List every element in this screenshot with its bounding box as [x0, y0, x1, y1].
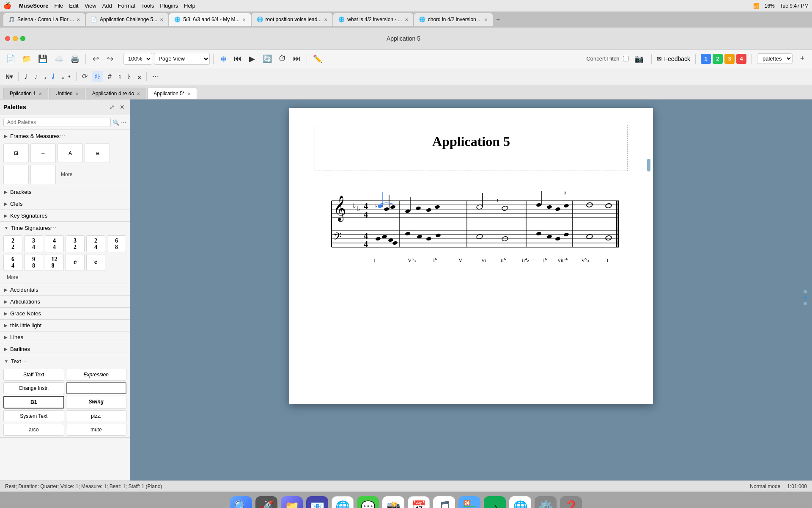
palette-section-clefs-header[interactable]: ▶ Clefs [0, 198, 130, 210]
close-button[interactable] [5, 36, 10, 41]
text-cell-expression[interactable]: Expression [66, 369, 127, 381]
palette-section-keysigs-header[interactable]: ▶ Key Signatures [0, 210, 130, 221]
dock-settings[interactable]: ⚙️ [535, 496, 557, 508]
tab-close-4[interactable]: ✕ [405, 17, 408, 22]
timesigs-options-btn[interactable]: ⋯ [51, 224, 57, 231]
new-tab-button[interactable]: + [494, 16, 502, 23]
palette-section-accidentals-header[interactable]: ▶ Accidentals [0, 284, 130, 295]
voice-4-button[interactable]: 4 [736, 54, 746, 64]
doc-tab-0[interactable]: Pplication 1 ✕ [3, 88, 48, 99]
double-btn[interactable]: 𝄪 [136, 72, 143, 82]
text-options-btn[interactable]: ⋯ [21, 358, 27, 364]
dock-safari[interactable]: 🌐 [332, 496, 354, 508]
palette-section-brackets-header[interactable]: ▶ Brackets [0, 186, 130, 198]
doc-tab-close-1[interactable]: ✕ [75, 91, 79, 96]
menu-help[interactable]: Help [184, 3, 195, 9]
menu-format[interactable]: Format [118, 3, 135, 9]
palette-section-timesigs-header[interactable]: ▼ Time Signatures ⋯ [0, 222, 130, 234]
voice-2-button[interactable]: 2 [713, 54, 723, 64]
dock-mail[interactable]: 📧 [306, 496, 328, 508]
frames-options-btn[interactable]: ⋯ [60, 133, 66, 139]
rewind-button[interactable]: ⏮ [231, 52, 244, 66]
browser-tab-5[interactable]: 🌐 chord in 4/2 inversion ... ✕ [414, 13, 493, 26]
text-cell-systemtext[interactable]: System Text [3, 410, 64, 422]
frame-cell-4[interactable] [3, 165, 29, 184]
end-button[interactable]: ⏭ [291, 52, 303, 66]
apple-icon[interactable]: 🍎 [3, 2, 11, 10]
quarter-note-btn[interactable]: ♩ [49, 71, 57, 82]
nav-dot-3[interactable] [804, 302, 807, 305]
frame-cell-1[interactable]: ↔ [30, 144, 56, 163]
flip-btn[interactable]: ⟳ [80, 71, 90, 82]
whole-note-btn[interactable]: 𝅝 [59, 72, 63, 82]
text-cell-changeinstr[interactable]: Change Instr. [3, 382, 64, 394]
voice-3-button[interactable]: 3 [724, 54, 735, 64]
timesigs-more-button[interactable]: More [3, 273, 126, 282]
score-area[interactable]: Application 5 [130, 99, 812, 480]
feedback-button[interactable]: ✉ Feedback [657, 55, 690, 62]
upload-button[interactable]: ☁️ [52, 52, 66, 66]
options-btn[interactable]: ⋯ [150, 71, 161, 82]
doc-tab-3[interactable]: Application 5* ✕ [147, 88, 197, 99]
undo-button[interactable]: ↩ [89, 52, 102, 66]
note-input-toggle[interactable]: N▾ [3, 72, 15, 81]
print-button[interactable]: 🖨️ [68, 52, 82, 66]
doc-tab-2[interactable]: Application 4 re do ✕ [86, 88, 146, 99]
natural-btn[interactable]: ♮ [116, 71, 123, 82]
text-cell-pizz[interactable]: pizz. [66, 410, 127, 422]
frame-cell-5[interactable] [30, 165, 56, 184]
doc-tab-close-0[interactable]: ✕ [38, 91, 42, 96]
dock-files[interactable]: 📁 [281, 496, 303, 508]
palette-search-button[interactable]: 🔍 [112, 119, 119, 126]
frames-more-button[interactable]: More [58, 170, 76, 179]
tab-close-1[interactable]: ✕ [160, 17, 163, 22]
menu-edit[interactable]: Edit [69, 3, 78, 9]
text-cell-stafftext[interactable]: Staff Text [3, 369, 64, 381]
dock-musescore[interactable]: ♪ [484, 496, 506, 508]
dock-finder[interactable]: 🔍 [230, 496, 252, 508]
dock-question[interactable]: ❓ [560, 496, 582, 508]
tab-close-0[interactable]: ✕ [77, 17, 80, 22]
menu-file[interactable]: File [54, 3, 63, 9]
dock-calendar[interactable]: 📅 [408, 496, 430, 508]
half-note-btn[interactable]: 𝅗 [42, 72, 47, 82]
browser-tab-2[interactable]: 🌐 5/3, 6/3 and 6/4 - My M... ✕ [169, 13, 250, 26]
zoom-select[interactable]: 100% 75% 50% [123, 53, 152, 65]
timesig-9-8[interactable]: 98 [24, 254, 43, 271]
palette-section-lines-header[interactable]: ▶ Lines [0, 331, 130, 343]
timesig-2-2[interactable]: 22 [3, 235, 22, 252]
dock-launchpad[interactable]: 🚀 [255, 496, 277, 508]
palette-section-text-header[interactable]: ▼ Text ⋯ [0, 355, 130, 367]
dock-music[interactable]: 🎵 [433, 496, 455, 508]
dock-chrome[interactable]: 🌐 [509, 496, 531, 508]
frame-cell-3[interactable]: ⊟ [85, 144, 110, 163]
palette-section-barlines-header[interactable]: ▶ Barlines [0, 343, 130, 355]
menu-view[interactable]: View [85, 3, 96, 9]
music-score[interactable]: 𝄞 𝄢 ♭ ♭ 4 4 4 4 [315, 184, 628, 268]
open-file-button[interactable]: 📁 [19, 52, 34, 66]
timesig-2-4[interactable]: 24 [86, 235, 105, 252]
palettes-add-button[interactable]: + [796, 52, 809, 66]
palette-close-btn[interactable]: ✕ [118, 103, 126, 111]
maximize-button[interactable] [20, 36, 25, 41]
timesig-3-2[interactable]: 32 [66, 235, 85, 252]
save-button[interactable]: 💾 [36, 52, 50, 66]
voice-1-button[interactable]: 1 [701, 54, 711, 64]
doc-tab-1[interactable]: Untitled ✕ [49, 88, 85, 99]
palette-section-thislittlelight-header[interactable]: ▶ this little light [0, 320, 130, 331]
timesig-3-4[interactable]: 34 [24, 235, 43, 252]
palette-search-input[interactable] [3, 118, 111, 127]
dock-photos[interactable]: 📸 [382, 496, 404, 508]
menu-tools[interactable]: Tools [141, 3, 154, 9]
doc-tab-close-3[interactable]: ✕ [187, 91, 191, 96]
browser-tab-1[interactable]: 📄 Application Challenge 5... ✕ [86, 13, 168, 26]
tab-close-3[interactable]: ✕ [324, 17, 327, 22]
grace-note-btn[interactable]: ♪ [32, 72, 40, 82]
dock-messages[interactable]: 💬 [357, 496, 379, 508]
accidental-toggle[interactable]: ♯♭ [92, 71, 103, 82]
palette-section-gracenotes-header[interactable]: ▶ Grace Notes [0, 308, 130, 319]
sharp-btn[interactable]: # [106, 72, 114, 82]
text-cell-box[interactable] [66, 382, 127, 394]
frame-cell-2[interactable]: A [58, 144, 83, 163]
view-mode-select[interactable]: Page View Continuous View [154, 53, 210, 65]
